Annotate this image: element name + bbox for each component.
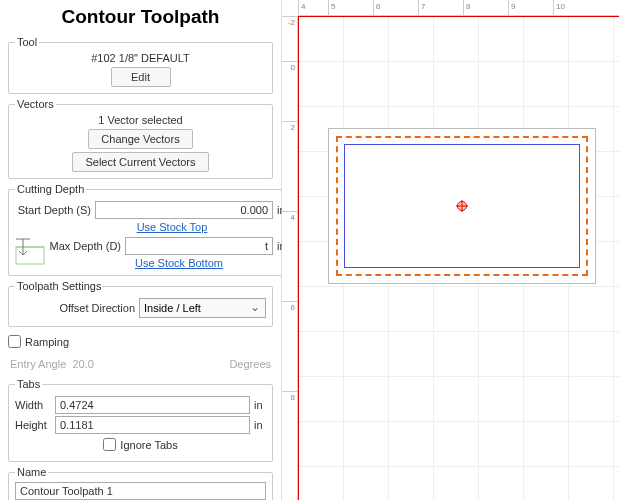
ruler-vertical: -2 0 2 4 6 8 (282, 16, 298, 500)
tabs-legend: Tabs (15, 378, 42, 390)
tab-width-unit: in (254, 399, 266, 411)
page-title: Contour Toolpath (8, 6, 273, 28)
edit-tool-button[interactable]: Edit (111, 67, 171, 87)
tab-width-label: Width (15, 399, 51, 411)
toolpath-name-input[interactable] (15, 482, 266, 500)
origin-line-h (298, 16, 619, 17)
start-depth-label: Start Depth (S) (15, 204, 91, 216)
canvas-area[interactable]: 4 5 6 7 8 9 10 -2 0 2 4 6 8 (282, 0, 619, 500)
app-root: Contour Toolpath Tool #102 1/8" DEFAULT … (0, 0, 619, 500)
max-depth-input[interactable] (125, 237, 273, 255)
offset-direction-label: Offset Direction (15, 302, 135, 314)
tab-height-unit: in (254, 419, 266, 431)
name-section: Name (8, 466, 273, 500)
change-vectors-button[interactable]: Change Vectors (88, 129, 192, 149)
ramping-label: Ramping (25, 336, 69, 348)
tab-width-input[interactable] (55, 396, 250, 414)
ignore-tabs-label: Ignore Tabs (120, 439, 177, 451)
tool-legend: Tool (15, 36, 39, 48)
depth-diagram-icon (15, 237, 45, 265)
select-current-vectors-button[interactable]: Select Current Vectors (72, 152, 208, 172)
config-panel: Contour Toolpath Tool #102 1/8" DEFAULT … (0, 0, 282, 500)
origin-marker-icon[interactable] (457, 201, 467, 211)
tab-height-label: Height (15, 419, 51, 431)
vectors-legend: Vectors (15, 98, 56, 110)
entry-angle-unit: Degrees (229, 358, 271, 370)
offset-direction-select[interactable]: Inside / Left (139, 298, 266, 318)
name-legend: Name (15, 466, 48, 478)
max-depth-label: Max Depth (D) (49, 240, 121, 252)
origin-line-v (298, 16, 299, 500)
toolpath-settings-section: Toolpath Settings Offset Direction Insid… (8, 280, 273, 327)
cutting-depth-section: Cutting Depth Start Depth (S) in Use Sto… (8, 183, 296, 276)
toolpath-settings-legend: Toolpath Settings (15, 280, 103, 292)
vectors-section: Vectors 1 Vector selected Change Vectors… (8, 98, 273, 179)
use-stock-top-link[interactable]: Use Stock Top (55, 221, 289, 233)
start-depth-input[interactable] (95, 201, 273, 219)
tabs-section: Tabs Width in Height in Ignore Tabs (8, 378, 273, 462)
vectors-status: 1 Vector selected (98, 114, 182, 126)
tool-section: Tool #102 1/8" DEFAULT Edit (8, 36, 273, 94)
ramping-checkbox[interactable] (8, 335, 21, 348)
ignore-tabs-checkbox[interactable] (103, 438, 116, 451)
svg-rect-0 (16, 247, 44, 264)
ruler-horizontal: 4 5 6 7 8 9 10 (298, 0, 619, 16)
tab-height-input[interactable] (55, 416, 250, 434)
entry-angle-label: Entry Angle 20.0 (10, 358, 94, 370)
use-stock-bottom-link[interactable]: Use Stock Bottom (69, 257, 289, 269)
cutting-depth-legend: Cutting Depth (15, 183, 86, 195)
tool-description: #102 1/8" DEFAULT (91, 52, 189, 64)
ramping-row: Ramping (8, 335, 273, 348)
